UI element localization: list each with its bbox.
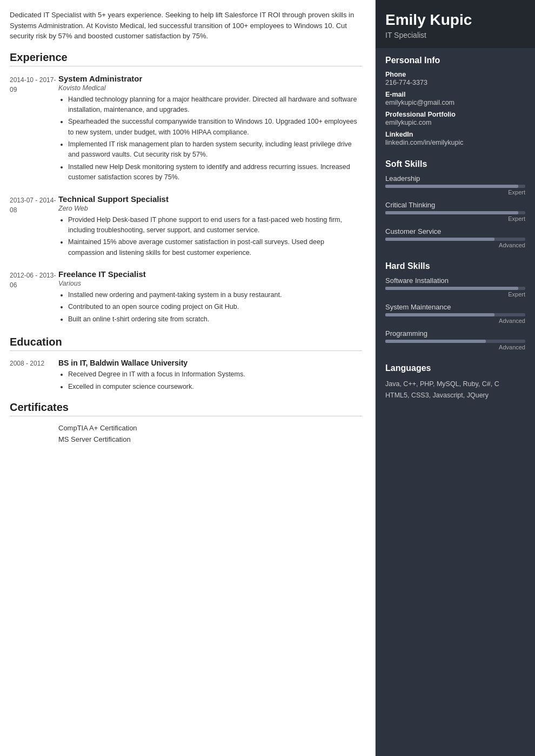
skill-item: Critical ThinkingExpert — [385, 201, 525, 222]
personal-info-title: Personal Info — [385, 56, 525, 65]
phone-label: Phone — [385, 71, 525, 78]
certificate-entry: CompTIA A+ Certification — [10, 424, 362, 432]
certificates-section-title: Certificates — [10, 401, 362, 416]
languages-title: Languages — [385, 363, 525, 373]
cert-name: MS Server Certification — [58, 435, 131, 443]
exp-bullet: Handled technology planning for a major … — [68, 94, 362, 116]
exp-title: System Administrator — [58, 74, 362, 83]
skill-bar-fill — [385, 287, 518, 290]
skill-name: Software Installation — [385, 276, 525, 285]
personal-info-section: Personal Info Phone 216-774-3373 E-mail … — [376, 48, 535, 152]
hard-skills-section: Hard Skills Software InstallationExpertS… — [376, 254, 535, 356]
skill-level: Expert — [385, 189, 525, 195]
skill-name: System Maintenance — [385, 303, 525, 311]
language-line: Java, C++, PHP, MySQL, Ruby, C#, C — [385, 379, 525, 390]
left-column: Dedicated IT Specialist with 5+ years ex… — [0, 0, 376, 756]
skill-item: LeadershipExpert — [385, 174, 525, 195]
soft-skills-section: Soft Skills LeadershipExpertCritical Thi… — [376, 152, 535, 254]
skill-level: Advanced — [385, 242, 525, 248]
education-entry: 2008 - 2012BS in IT, Baldwin Wallace Uni… — [10, 359, 362, 394]
languages-section: Languages Java, C++, PHP, MySQL, Ruby, C… — [376, 356, 535, 407]
skill-name: Critical Thinking — [385, 201, 525, 209]
skill-bar-bg — [385, 340, 525, 343]
email-value: emilykupic@gmail.com — [385, 99, 525, 106]
right-column: Emily Kupic IT Specialist Personal Info … — [376, 0, 535, 756]
resume-page: Dedicated IT Specialist with 5+ years ex… — [0, 0, 535, 756]
education-container: 2008 - 2012BS in IT, Baldwin Wallace Uni… — [10, 359, 362, 394]
education-section-title: Education — [10, 336, 362, 351]
skill-bar-bg — [385, 313, 525, 316]
hard-skills-title: Hard Skills — [385, 261, 525, 271]
skill-bar-fill — [385, 313, 494, 316]
edu-title: BS in IT, Baldwin Wallace University — [58, 359, 362, 367]
edu-bullets: Received Degree in IT with a focus in In… — [58, 369, 362, 392]
skill-name: Customer Service — [385, 227, 525, 235]
skill-bar-bg — [385, 211, 525, 214]
exp-bullet: Spearheaded the successful companywide t… — [68, 117, 362, 138]
edu-dates: 2008 - 2012 — [10, 359, 58, 394]
email-label: E-mail — [385, 91, 525, 98]
cert-dates — [10, 424, 58, 432]
exp-bullet: Provided Help Desk-based IT phone suppor… — [68, 215, 362, 236]
exp-company: Kovisto Medical — [58, 84, 362, 92]
edu-bullet: Excelled in computer science coursework. — [68, 382, 362, 392]
edu-content: BS in IT, Baldwin Wallace UniversityRece… — [58, 359, 362, 394]
linkedin-value: linkedin.com/in/emilykupic — [385, 139, 525, 146]
skill-bar-fill — [385, 238, 494, 241]
exp-company: Various — [58, 280, 362, 287]
exp-dates: 2014-10 - 2017-09 — [10, 74, 58, 185]
summary-text: Dedicated IT Specialist with 5+ years ex… — [10, 10, 362, 42]
exp-content: System AdministratorKovisto MedicalHandl… — [58, 74, 362, 185]
exp-title: Technical Support Specialist — [58, 194, 362, 204]
skill-bar-fill — [385, 211, 518, 214]
skill-bar-bg — [385, 287, 525, 290]
exp-bullets: Installed new ordering and payment-takin… — [58, 290, 362, 325]
exp-dates: 2013-07 - 2014-08 — [10, 194, 58, 260]
skill-item: System MaintenanceAdvanced — [385, 303, 525, 324]
exp-bullets: Provided Help Desk-based IT phone suppor… — [58, 215, 362, 259]
skill-item: ProgrammingAdvanced — [385, 329, 525, 350]
language-line: HTML5, CSS3, Javascript, JQuery — [385, 390, 525, 401]
exp-bullet: Built an online t-shirt ordering site fr… — [68, 314, 362, 325]
exp-content: Technical Support SpecialistZero WebProv… — [58, 194, 362, 260]
skill-level: Expert — [385, 291, 525, 298]
portfolio-label: Professional Portfolio — [385, 111, 525, 118]
skill-bar-bg — [385, 238, 525, 241]
exp-bullet: Installed new Help Desk monitoring syste… — [68, 162, 362, 183]
certificates-container: CompTIA A+ CertificationMS Server Certif… — [10, 424, 362, 443]
linkedin-label: LinkedIn — [385, 131, 525, 138]
experience-entry: 2014-10 - 2017-09System AdministratorKov… — [10, 74, 362, 185]
experience-section-title: Experience — [10, 51, 362, 66]
cert-dates — [10, 435, 58, 443]
experience-entry: 2013-07 - 2014-08Technical Support Speci… — [10, 194, 362, 260]
exp-bullet: Installed new ordering and payment-takin… — [68, 290, 362, 300]
exp-dates: 2012-06 - 2013-06 — [10, 269, 58, 326]
skill-level: Advanced — [385, 344, 525, 350]
skill-level: Advanced — [385, 318, 525, 324]
exp-bullet: Implemented IT risk management plan to h… — [68, 139, 362, 160]
phone-value: 216-774-3373 — [385, 79, 525, 86]
skill-item: Customer ServiceAdvanced — [385, 227, 525, 248]
exp-content: Freelance IT SpecialistVariousInstalled … — [58, 269, 362, 326]
skill-name: Leadership — [385, 174, 525, 183]
languages-container: Java, C++, PHP, MySQL, Ruby, C#, CHTML5,… — [385, 379, 525, 402]
exp-bullet: Maintained 15% above average customer sa… — [68, 237, 362, 258]
candidate-name: Emily Kupic — [385, 12, 525, 29]
experience-entry: 2012-06 - 2013-06Freelance IT Specialist… — [10, 269, 362, 326]
skill-bar-fill — [385, 340, 486, 343]
exp-title: Freelance IT Specialist — [58, 269, 362, 279]
skill-item: Software InstallationExpert — [385, 276, 525, 298]
certificate-entry: MS Server Certification — [10, 435, 362, 443]
job-title: IT Specialist — [385, 31, 525, 39]
name-block: Emily Kupic IT Specialist — [376, 0, 535, 48]
exp-bullet: Contributed to an open source coding pro… — [68, 302, 362, 312]
cert-name: CompTIA A+ Certification — [58, 424, 137, 432]
skill-bar-bg — [385, 185, 525, 188]
edu-bullet: Received Degree in IT with a focus in In… — [68, 369, 362, 380]
soft-skills-container: LeadershipExpertCritical ThinkingExpertC… — [385, 174, 525, 248]
skill-bar-fill — [385, 185, 518, 188]
soft-skills-title: Soft Skills — [385, 159, 525, 169]
skill-name: Programming — [385, 329, 525, 338]
portfolio-value: emilykupic.com — [385, 119, 525, 126]
skill-level: Expert — [385, 215, 525, 222]
